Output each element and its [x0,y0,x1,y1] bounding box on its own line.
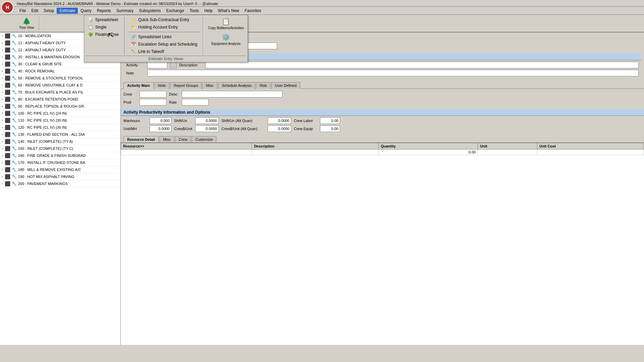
activity-input[interactable] [147,62,167,68]
description-input[interactable] [205,62,639,68]
dropdown-holding-account[interactable]: 📂 Holding Account Entry [128,24,200,31]
dropdown-escalation[interactable]: 📅 Escalation Setup and Scheduling [128,41,200,48]
tree-expand-icon[interactable]: + [1,48,3,52]
tree-expand-icon[interactable]: + [1,34,3,38]
tree-item[interactable]: + ⬛ 🔧 160 : FINE GRADE & FINISH SUBGRAD [0,152,120,159]
tree-view-button[interactable]: 🌲 Tree View [17,16,36,31]
activity-note-input[interactable] [147,70,639,76]
tree-expand-icon[interactable]: + [1,105,3,108]
tree-item[interactable]: + ⬛ 🔧 90 : REPLACE TOPSOIL & ROUGH GR. [0,103,120,110]
res-tab-detail[interactable]: Resource Detail [123,136,159,142]
tree-panel[interactable]: + ⬛ 🔧 10 : MOBILIZATION + ⬛ 🔧 11 : ASPHA… [0,33,121,345]
tree-expand-icon[interactable]: + [1,62,3,66]
menu-favorites[interactable]: Favorites [242,8,264,14]
dropdown-single[interactable]: 📋 Single [86,24,121,31]
tree-expand-icon[interactable]: + [1,140,3,143]
manhours-input[interactable] [150,117,171,124]
rate-label: Rate [169,100,179,104]
tabs-bar: Activity Main Note Report Groups Misc Sc… [121,80,644,89]
tree-expand-icon[interactable]: + [1,154,3,158]
menu-estimate[interactable]: Estimate [57,8,78,14]
dropdown-spreadsheet-links[interactable]: 🔗 Spreadsheet Links [128,34,200,40]
equipment-analysis-button[interactable]: ⚙️ Equipment Analysis [209,32,243,47]
res-tab-crew[interactable]: Crew [175,136,191,142]
tree-item[interactable]: + ⬛ 🔧 110 : RC PIPE (CL IV) (30 IN) [0,117,120,124]
tab-user-defined[interactable]: User-Defined [271,82,301,89]
dropdown-link-takeoff[interactable]: ✏️ Link to Takeoff [128,48,200,55]
tree-expand-icon[interactable]: + [1,83,3,87]
menu-subsystems[interactable]: Subsystems [136,8,163,14]
tree-expand-icon[interactable]: + [1,168,3,172]
spreadsheet-icon: 📊 [88,17,93,22]
tree-item[interactable]: + ⬛ 🔧 180 : MILL & REMOVE EXISTING A/C [0,166,120,173]
tab-risk[interactable]: Risk [256,82,270,89]
dropdown-quick-sub[interactable]: ⚡ Quick Sub-Contractual Entry [128,16,200,23]
tree-item[interactable]: + ⬛ 🔧 190 : HOT MIX ASPHALT PAVING [0,173,120,180]
crews-unit-alt-input[interactable] [268,125,291,132]
tree-item[interactable]: + ⬛ 🔧 120 : RC PIPE (CL IV) (36 IN) [0,124,120,131]
tree-expand-icon[interactable]: + [1,90,3,94]
shift-un-input[interactable] [195,117,219,124]
unit-mh-input[interactable] [150,125,171,132]
tree-expand-icon[interactable]: + [1,161,3,165]
tree-item[interactable]: + ⬛ 🔧 50 : REMOVE & STOCKPILE TOPSOIL [0,75,120,82]
rate-input[interactable]: 0.0000 [182,99,209,106]
tab-activity-main[interactable]: Activity Main [123,82,154,89]
tree-expand-icon[interactable]: + [1,119,3,122]
tree-expand-icon[interactable]: + [1,69,3,73]
tree-item-text: 170 : INSTALL 9" CRUSHED STONE BA [18,161,85,165]
menu-setup[interactable]: Setup [41,8,57,14]
tree-expand-icon[interactable]: + [1,55,3,59]
tree-expand-icon[interactable]: + [1,133,3,136]
tree-item[interactable]: + ⬛ 🔧 70 : BULK EXCAVATE & PLACE AS FIL [0,89,120,96]
tree-item[interactable]: + ⬛ 🔧 170 : INSTALL 9" CRUSHED STONE BA [0,159,120,166]
menu-summary[interactable]: Summary [114,8,136,14]
menu-file[interactable]: File [17,8,29,14]
prod-input[interactable] [140,99,166,106]
tree-expand-icon[interactable]: + [1,112,3,115]
tab-note[interactable]: Note [154,82,169,89]
tree-expand-icon[interactable]: + [1,175,3,179]
tree-item[interactable]: + ⬛ 🔧 130 : FLARED END SECTION - ALL DIA [0,131,120,138]
tree-item[interactable]: + ⬛ 🔧 80 : EXCAVATE RETENTION POND [0,96,120,103]
tree-item[interactable]: + ⬛ 🔧 40 : ROCK REMOVAL [0,68,120,75]
crews-unit-input[interactable] [195,125,219,132]
menu-exchange[interactable]: Exchange [164,8,187,14]
tree-expand-icon[interactable]: + [1,76,3,80]
copy-biditems-button[interactable]: 📋 Copy Biditems/Activities [206,16,246,31]
menu-help[interactable]: Help [202,8,215,14]
tree-expand-icon[interactable]: + [1,147,3,150]
crew-labor-input[interactable] [320,117,340,124]
menu-edit[interactable]: Edit [29,8,41,14]
shift-un-alt-input[interactable] [268,117,291,124]
tree-expand-icon[interactable]: + [1,98,3,101]
tree-item[interactable]: + ⬛ 🔧 140 : INLET (COMPLETE) (TY A) [0,138,120,145]
desc-input[interactable] [182,91,282,98]
tree-item[interactable]: + ⬛ 🔧 200 : PAVEMENT MARKINGS [0,180,120,187]
tree-expand-icon[interactable]: + [1,182,3,186]
tree-expand-icon[interactable]: + [1,41,3,45]
escalation-icon: 📅 [131,42,136,47]
crew-equip-input[interactable] [320,125,340,132]
tab-misc[interactable]: Misc [202,82,217,89]
activity-lookup-button[interactable]: ... [170,62,176,68]
dropdown-spreadsheet[interactable]: 📊 Spreadsheet [86,16,121,23]
menu-reports[interactable]: Reports [94,8,114,14]
menu-query[interactable]: Query [78,8,94,14]
tree-item-icon1: ⬛ [5,82,10,88]
tab-schedule-analysis[interactable]: Schedule Analysis [218,82,255,89]
spreadsheet-links-label: Spreadsheet Links [138,35,171,39]
res-tab-misc[interactable]: Misc [159,136,174,142]
tab-report-groups[interactable]: Report Groups [170,82,202,89]
dropdown-floating-tree[interactable]: 🌳 Floating Tree [86,31,121,38]
tree-item[interactable]: + ⬛ 🔧 150 : INLET (COMPLETE) (TY C) [0,145,120,152]
menu-tools[interactable]: Tools [187,8,202,14]
tree-item-icon2: 🔧 [12,69,17,73]
crew-input[interactable] [140,91,166,98]
res-tab-customize[interactable]: Customize [192,136,216,142]
tree-item-text: 180 : MILL & REMOVE EXISTING A/C [18,168,81,172]
tree-item[interactable]: + ⬛ 🔧 60 : REMOVE UNSUITABLE CLAY & D [0,82,120,89]
menu-whats-new[interactable]: What's New [215,8,242,14]
tree-item[interactable]: + ⬛ 🔧 100 : RC PIPE (CL IV) (24 IN) [0,110,120,117]
tree-expand-icon[interactable]: + [1,126,3,129]
